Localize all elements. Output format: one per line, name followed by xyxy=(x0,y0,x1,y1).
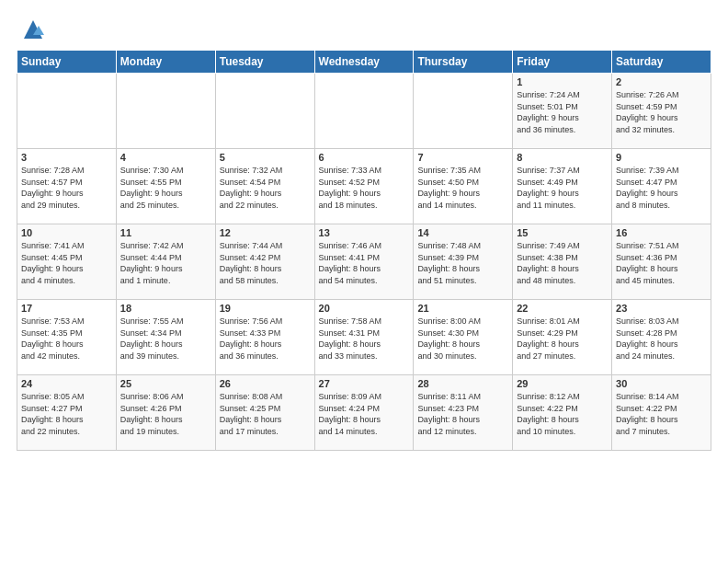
calendar-cell: 15Sunrise: 7:49 AM Sunset: 4:38 PM Dayli… xyxy=(513,224,612,300)
day-number: 26 xyxy=(220,378,311,389)
day-info: Sunrise: 7:49 AM Sunset: 4:38 PM Dayligh… xyxy=(517,240,608,286)
calendar-cell: 27Sunrise: 8:09 AM Sunset: 4:24 PM Dayli… xyxy=(314,375,414,451)
calendar-cell: 2Sunrise: 7:26 AM Sunset: 4:59 PM Daylig… xyxy=(612,74,711,149)
week-row-1: 1Sunrise: 7:24 AM Sunset: 5:01 PM Daylig… xyxy=(17,74,711,149)
day-info: Sunrise: 7:37 AM Sunset: 4:49 PM Dayligh… xyxy=(517,165,608,211)
day-info: Sunrise: 7:53 AM Sunset: 4:35 PM Dayligh… xyxy=(21,316,112,362)
day-number: 24 xyxy=(21,378,112,389)
day-info: Sunrise: 7:30 AM Sunset: 4:55 PM Dayligh… xyxy=(120,165,211,211)
calendar-cell: 28Sunrise: 8:11 AM Sunset: 4:23 PM Dayli… xyxy=(414,375,513,451)
calendar-cell: 6Sunrise: 7:33 AM Sunset: 4:52 PM Daylig… xyxy=(314,149,414,224)
day-info: Sunrise: 7:35 AM Sunset: 4:50 PM Dayligh… xyxy=(417,165,508,211)
calendar-cell: 10Sunrise: 7:41 AM Sunset: 4:45 PM Dayli… xyxy=(17,224,117,300)
day-number: 27 xyxy=(319,378,410,389)
calendar-cell: 7Sunrise: 7:35 AM Sunset: 4:50 PM Daylig… xyxy=(414,149,513,224)
day-info: Sunrise: 8:00 AM Sunset: 4:30 PM Dayligh… xyxy=(417,316,508,362)
day-number: 29 xyxy=(517,378,608,389)
calendar-cell: 9Sunrise: 7:39 AM Sunset: 4:47 PM Daylig… xyxy=(612,149,711,224)
weekday-header-thursday: Thursday xyxy=(414,51,513,74)
day-number: 10 xyxy=(21,227,112,238)
calendar-cell: 18Sunrise: 7:55 AM Sunset: 4:34 PM Dayli… xyxy=(116,300,215,375)
calendar-cell: 24Sunrise: 8:05 AM Sunset: 4:27 PM Dayli… xyxy=(17,375,117,451)
calendar-cell: 14Sunrise: 7:48 AM Sunset: 4:39 PM Dayli… xyxy=(414,224,513,300)
day-number: 11 xyxy=(120,227,211,238)
page-header xyxy=(17,17,711,42)
day-info: Sunrise: 8:05 AM Sunset: 4:27 PM Dayligh… xyxy=(21,391,112,437)
calendar-cell xyxy=(314,74,414,149)
week-row-2: 3Sunrise: 7:28 AM Sunset: 4:57 PM Daylig… xyxy=(17,149,711,224)
calendar-cell: 11Sunrise: 7:42 AM Sunset: 4:44 PM Dayli… xyxy=(116,224,215,300)
day-number: 12 xyxy=(220,227,311,238)
calendar-cell xyxy=(17,74,117,149)
calendar-cell: 26Sunrise: 8:08 AM Sunset: 4:25 PM Dayli… xyxy=(215,375,314,451)
calendar-cell: 17Sunrise: 7:53 AM Sunset: 4:35 PM Dayli… xyxy=(17,300,117,375)
day-info: Sunrise: 7:32 AM Sunset: 4:54 PM Dayligh… xyxy=(220,165,311,211)
day-number: 2 xyxy=(616,76,707,87)
day-number: 1 xyxy=(517,76,608,87)
calendar-cell: 5Sunrise: 7:32 AM Sunset: 4:54 PM Daylig… xyxy=(215,149,314,224)
week-row-3: 10Sunrise: 7:41 AM Sunset: 4:45 PM Dayli… xyxy=(17,224,711,300)
day-info: Sunrise: 7:48 AM Sunset: 4:39 PM Dayligh… xyxy=(417,240,508,286)
day-info: Sunrise: 7:58 AM Sunset: 4:31 PM Dayligh… xyxy=(319,316,410,362)
day-number: 18 xyxy=(120,303,211,314)
day-number: 8 xyxy=(517,152,608,163)
day-number: 23 xyxy=(616,303,707,314)
weekday-header-saturday: Saturday xyxy=(612,51,711,74)
calendar-cell: 25Sunrise: 8:06 AM Sunset: 4:26 PM Dayli… xyxy=(116,375,215,451)
day-number: 4 xyxy=(120,152,211,163)
day-number: 20 xyxy=(319,303,410,314)
day-info: Sunrise: 7:56 AM Sunset: 4:33 PM Dayligh… xyxy=(220,316,311,362)
day-info: Sunrise: 7:26 AM Sunset: 4:59 PM Dayligh… xyxy=(616,89,707,135)
calendar-cell: 13Sunrise: 7:46 AM Sunset: 4:41 PM Dayli… xyxy=(314,224,414,300)
day-number: 15 xyxy=(517,227,608,238)
calendar-cell: 23Sunrise: 8:03 AM Sunset: 4:28 PM Dayli… xyxy=(612,300,711,375)
calendar-cell: 22Sunrise: 8:01 AM Sunset: 4:29 PM Dayli… xyxy=(513,300,612,375)
day-info: Sunrise: 8:06 AM Sunset: 4:26 PM Dayligh… xyxy=(120,391,211,437)
day-number: 19 xyxy=(220,303,311,314)
weekday-header-row: SundayMondayTuesdayWednesdayThursdayFrid… xyxy=(17,51,711,74)
day-number: 14 xyxy=(417,227,508,238)
day-info: Sunrise: 7:33 AM Sunset: 4:52 PM Dayligh… xyxy=(319,165,410,211)
day-number: 25 xyxy=(120,378,211,389)
day-info: Sunrise: 7:28 AM Sunset: 4:57 PM Dayligh… xyxy=(21,165,112,211)
calendar-cell xyxy=(215,74,314,149)
day-info: Sunrise: 8:08 AM Sunset: 4:25 PM Dayligh… xyxy=(220,391,311,437)
weekday-header-sunday: Sunday xyxy=(17,51,117,74)
day-number: 3 xyxy=(21,152,112,163)
day-info: Sunrise: 7:42 AM Sunset: 4:44 PM Dayligh… xyxy=(120,240,211,286)
calendar-cell: 8Sunrise: 7:37 AM Sunset: 4:49 PM Daylig… xyxy=(513,149,612,224)
logo xyxy=(17,17,46,42)
week-row-5: 24Sunrise: 8:05 AM Sunset: 4:27 PM Dayli… xyxy=(17,375,711,451)
day-info: Sunrise: 8:12 AM Sunset: 4:22 PM Dayligh… xyxy=(517,391,608,437)
weekday-header-wednesday: Wednesday xyxy=(314,51,414,74)
day-number: 28 xyxy=(417,378,508,389)
day-info: Sunrise: 8:14 AM Sunset: 4:22 PM Dayligh… xyxy=(616,391,707,437)
day-info: Sunrise: 7:51 AM Sunset: 4:36 PM Dayligh… xyxy=(616,240,707,286)
day-info: Sunrise: 8:11 AM Sunset: 4:23 PM Dayligh… xyxy=(417,391,508,437)
weekday-header-monday: Monday xyxy=(116,51,215,74)
day-info: Sunrise: 7:39 AM Sunset: 4:47 PM Dayligh… xyxy=(616,165,707,211)
day-number: 9 xyxy=(616,152,707,163)
day-info: Sunrise: 7:24 AM Sunset: 5:01 PM Dayligh… xyxy=(517,89,608,135)
calendar-cell: 29Sunrise: 8:12 AM Sunset: 4:22 PM Dayli… xyxy=(513,375,612,451)
calendar-cell: 3Sunrise: 7:28 AM Sunset: 4:57 PM Daylig… xyxy=(17,149,117,224)
day-info: Sunrise: 7:41 AM Sunset: 4:45 PM Dayligh… xyxy=(21,240,112,286)
calendar-cell: 19Sunrise: 7:56 AM Sunset: 4:33 PM Dayli… xyxy=(215,300,314,375)
day-number: 13 xyxy=(319,227,410,238)
day-info: Sunrise: 7:55 AM Sunset: 4:34 PM Dayligh… xyxy=(120,316,211,362)
calendar-cell: 30Sunrise: 8:14 AM Sunset: 4:22 PM Dayli… xyxy=(612,375,711,451)
calendar: SundayMondayTuesdayWednesdayThursdayFrid… xyxy=(17,50,711,451)
day-number: 5 xyxy=(220,152,311,163)
day-number: 17 xyxy=(21,303,112,314)
logo-icon xyxy=(20,17,46,42)
day-info: Sunrise: 8:09 AM Sunset: 4:24 PM Dayligh… xyxy=(319,391,410,437)
day-number: 16 xyxy=(616,227,707,238)
calendar-cell: 12Sunrise: 7:44 AM Sunset: 4:42 PM Dayli… xyxy=(215,224,314,300)
day-number: 21 xyxy=(417,303,508,314)
day-number: 7 xyxy=(417,152,508,163)
weekday-header-friday: Friday xyxy=(513,51,612,74)
calendar-cell: 4Sunrise: 7:30 AM Sunset: 4:55 PM Daylig… xyxy=(116,149,215,224)
day-info: Sunrise: 8:03 AM Sunset: 4:28 PM Dayligh… xyxy=(616,316,707,362)
day-info: Sunrise: 8:01 AM Sunset: 4:29 PM Dayligh… xyxy=(517,316,608,362)
weekday-header-tuesday: Tuesday xyxy=(215,51,314,74)
